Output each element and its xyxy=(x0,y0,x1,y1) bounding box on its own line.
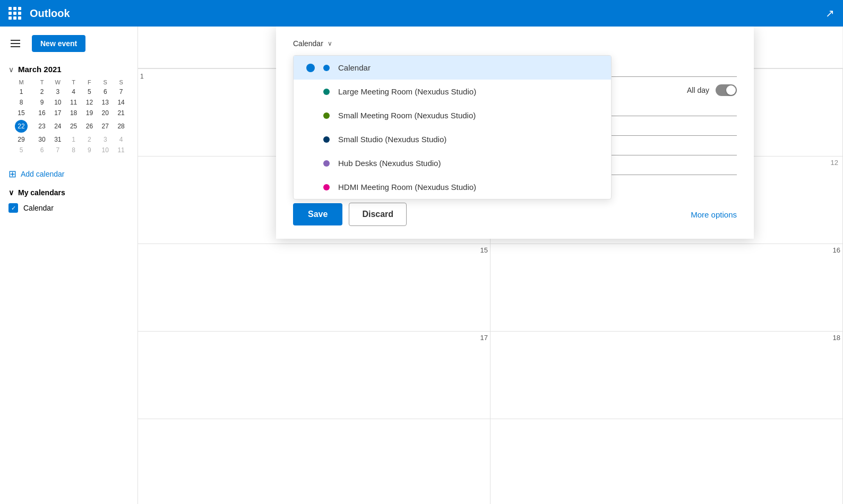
mini-cal-day[interactable]: 31 xyxy=(50,134,66,145)
mini-cal-day[interactable]: 2 xyxy=(82,134,98,145)
my-calendars-label: My calendars xyxy=(18,188,65,197)
dropdown-item-label-5: HDMI Meeting Room (Nexudus Studio) xyxy=(338,183,476,192)
calendar-selector-row: Calendar ∨ CalendarLarge Meeting Room (N… xyxy=(293,39,737,48)
new-event-panel: Calendar ∨ CalendarLarge Meeting Room (N… xyxy=(276,27,754,239)
dropdown-item-label-1: Large Meeting Room (Nexudus Studio) xyxy=(338,87,476,96)
mini-cal-day[interactable]: 28 xyxy=(113,118,129,134)
mini-cal-day[interactable]: 15 xyxy=(8,108,34,118)
mini-cal-day[interactable]: 2 xyxy=(34,86,50,97)
mini-cal-day[interactable]: 10 xyxy=(50,97,66,108)
mini-cal-day[interactable]: 14 xyxy=(113,97,129,108)
sidebar-top: New event xyxy=(0,31,137,60)
my-cal-chevron: ∨ xyxy=(8,188,14,197)
calendar-color-dot-3 xyxy=(323,136,330,143)
calendar-color-dot-5 xyxy=(323,184,330,190)
sidebar: New event ∨ March 2021 MTWTFSS 123456789… xyxy=(0,27,138,504)
bg-week-3: 15 16 xyxy=(138,244,843,332)
dropdown-item-label-4: Hub Desks (Nexudus Studio) xyxy=(338,159,441,168)
dropdown-item-2[interactable]: Small Meeting Room (Nexudus Studio) xyxy=(294,103,611,127)
calendar-dropdown-chevron[interactable]: ∨ xyxy=(328,40,332,47)
mini-cal-day[interactable]: 5 xyxy=(82,86,98,97)
bg-cell-7: 17 xyxy=(138,332,491,419)
discard-button[interactable]: Discard xyxy=(349,203,407,226)
bg-week-5 xyxy=(138,419,843,504)
allday-section: All day xyxy=(687,84,737,96)
topbar: Outlook ↗ xyxy=(0,0,843,27)
hamburger-button[interactable] xyxy=(8,35,25,52)
mini-cal-day[interactable]: 6 xyxy=(34,145,50,155)
mini-cal-day[interactable]: 4 xyxy=(113,134,129,145)
my-calendar-label: Calendar xyxy=(23,204,54,212)
mini-cal-day[interactable]: 19 xyxy=(82,108,98,118)
bg-cell-6: 16 xyxy=(491,244,843,331)
mini-cal-day[interactable]: 6 xyxy=(97,86,113,97)
mini-cal-day[interactable]: 26 xyxy=(82,118,98,134)
dropdown-item-5[interactable]: HDMI Meeting Room (Nexudus Studio) xyxy=(294,175,611,199)
mini-cal-day[interactable]: 3 xyxy=(50,86,66,97)
calendar-color-dot-2 xyxy=(323,112,330,119)
app-title: Outlook xyxy=(30,7,70,20)
dropdown-item-3[interactable]: Small Studio (Nexudus Studio) xyxy=(294,127,611,151)
app-launcher-icon[interactable] xyxy=(8,7,21,20)
cal-prev-chevron[interactable]: ∨ xyxy=(8,65,14,74)
bg-cell-5: 15 xyxy=(138,244,491,331)
dropdown-item-label-0: Calendar xyxy=(338,63,371,72)
mini-cal-day[interactable]: 17 xyxy=(50,108,66,118)
mini-cal-day[interactable]: 29 xyxy=(8,134,34,145)
mini-cal-header: ∨ March 2021 xyxy=(8,65,129,74)
mini-cal-day[interactable]: 10 xyxy=(97,145,113,155)
mini-cal-day[interactable]: 4 xyxy=(66,86,82,97)
calendar-color-dot-1 xyxy=(323,89,330,95)
mini-cal-day[interactable]: 24 xyxy=(50,118,66,134)
main-layout: New event ∨ March 2021 MTWTFSS 123456789… xyxy=(0,27,843,504)
mini-cal-day[interactable]: 20 xyxy=(97,108,113,118)
expand-icon[interactable]: ↗ xyxy=(825,7,835,20)
bg-cell-9 xyxy=(138,419,491,504)
panel-footer: Save Discard More options xyxy=(276,194,754,239)
mini-cal-day[interactable]: 13 xyxy=(97,97,113,108)
more-options-button[interactable]: More options xyxy=(691,210,737,219)
my-calendar-item[interactable]: ✓ Calendar xyxy=(8,201,129,215)
dropdown-selected-dot xyxy=(306,64,315,72)
mini-cal-day[interactable]: 7 xyxy=(50,145,66,155)
mini-cal-day[interactable]: 30 xyxy=(34,134,50,145)
new-event-button[interactable]: New event xyxy=(32,35,85,52)
my-calendars-section: ∨ My calendars ✓ Calendar xyxy=(0,184,137,219)
bg-cell-10 xyxy=(491,419,843,504)
mini-cal-day[interactable]: 11 xyxy=(66,97,82,108)
mini-cal-day[interactable]: 1 xyxy=(8,86,34,97)
my-calendars-header[interactable]: ∨ My calendars xyxy=(8,188,129,197)
mini-cal-day[interactable]: 1 xyxy=(66,134,82,145)
add-calendar-label: Add calendar xyxy=(21,170,65,178)
mini-cal-day[interactable]: 21 xyxy=(113,108,129,118)
calendar-selector-label: Calendar xyxy=(293,39,323,48)
mini-cal-day[interactable]: 11 xyxy=(113,145,129,155)
mini-cal-day[interactable]: 7 xyxy=(113,86,129,97)
mini-cal-day[interactable]: 16 xyxy=(34,108,50,118)
dropdown-item-label-2: Small Meeting Room (Nexudus Studio) xyxy=(338,111,476,120)
mini-cal-day[interactable]: 3 xyxy=(97,134,113,145)
mini-cal-day[interactable]: 9 xyxy=(82,145,98,155)
calendar-color-dot-4 xyxy=(323,160,330,167)
bg-week-4: 17 18 xyxy=(138,332,843,419)
dropdown-item-4[interactable]: Hub Desks (Nexudus Studio) xyxy=(294,151,611,175)
mini-cal-day[interactable]: 9 xyxy=(34,97,50,108)
mini-cal-grid: MTWTFSS 12345678910111213141516171819202… xyxy=(8,78,129,155)
dropdown-item-label-3: Small Studio (Nexudus Studio) xyxy=(338,135,446,144)
mini-cal-day[interactable]: 27 xyxy=(97,118,113,134)
allday-label: All day xyxy=(687,86,709,94)
mini-cal-day[interactable]: 8 xyxy=(66,145,82,155)
mini-cal-day[interactable]: 5 xyxy=(8,145,34,155)
save-button[interactable]: Save xyxy=(293,203,342,225)
add-calendar-icon: ⊞ xyxy=(8,168,16,180)
dropdown-item-0[interactable]: Calendar xyxy=(294,56,611,80)
mini-cal-day[interactable]: 8 xyxy=(8,97,34,108)
mini-cal-day[interactable]: 18 xyxy=(66,108,82,118)
allday-toggle[interactable] xyxy=(716,84,737,96)
dropdown-item-1[interactable]: Large Meeting Room (Nexudus Studio) xyxy=(294,80,611,103)
mini-cal-day[interactable]: 12 xyxy=(82,97,98,108)
mini-cal-day[interactable]: 25 xyxy=(66,118,82,134)
mini-cal-day[interactable]: 22 xyxy=(8,118,34,134)
mini-cal-day[interactable]: 23 xyxy=(34,118,50,134)
add-calendar-button[interactable]: ⊞ Add calendar xyxy=(0,164,137,184)
